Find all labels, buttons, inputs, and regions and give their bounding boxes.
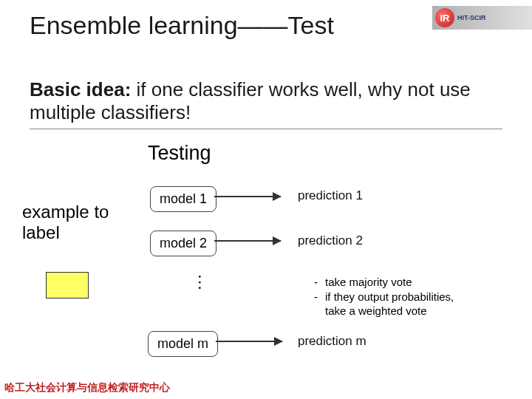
dash-icon: - bbox=[314, 290, 318, 318]
note-row-1: - take majority vote bbox=[314, 275, 454, 290]
logo-label: HIT-SCIR bbox=[457, 14, 486, 21]
example-label: example to label bbox=[22, 202, 109, 242]
arrow-icon bbox=[214, 196, 281, 197]
note-2a: if they output probabilities, bbox=[325, 290, 454, 303]
example-label-line2: label bbox=[22, 222, 60, 242]
example-box bbox=[46, 272, 89, 299]
model-m-box: model m bbox=[148, 331, 218, 357]
arrow-icon bbox=[216, 341, 282, 342]
note-1: take majority vote bbox=[325, 275, 412, 290]
dash-icon: - bbox=[314, 275, 318, 290]
page-title: Ensemble learning——Test bbox=[30, 11, 334, 40]
example-label-line1: example to bbox=[22, 202, 109, 222]
model-1-box: model 1 bbox=[150, 186, 216, 212]
prediction-2: prediction 2 bbox=[298, 233, 363, 248]
prediction-m: prediction m bbox=[298, 334, 366, 349]
header-bar: IR HIT-SCIR bbox=[432, 6, 532, 30]
ellipsis-icon: … bbox=[194, 273, 215, 287]
subtitle: Basic idea: if one classifier works well… bbox=[30, 78, 502, 129]
testing-header: Testing bbox=[148, 142, 211, 165]
footer-text: 哈工大社会计算与信息检索研究中心 bbox=[4, 381, 170, 395]
logo-icon: IR bbox=[435, 8, 454, 27]
note-row-2: - if they output probabilities, take a w… bbox=[314, 290, 454, 318]
note-2b: take a weighted vote bbox=[325, 304, 427, 317]
subtitle-bold: Basic idea: bbox=[30, 78, 131, 100]
prediction-1: prediction 1 bbox=[298, 188, 363, 203]
note-2: if they output probabilities, take a wei… bbox=[325, 290, 454, 318]
notes-block: - take majority vote - if they output pr… bbox=[314, 275, 454, 318]
logo-initials: IR bbox=[440, 13, 450, 24]
arrow-icon bbox=[214, 240, 281, 242]
model-2-box: model 2 bbox=[150, 231, 216, 256]
